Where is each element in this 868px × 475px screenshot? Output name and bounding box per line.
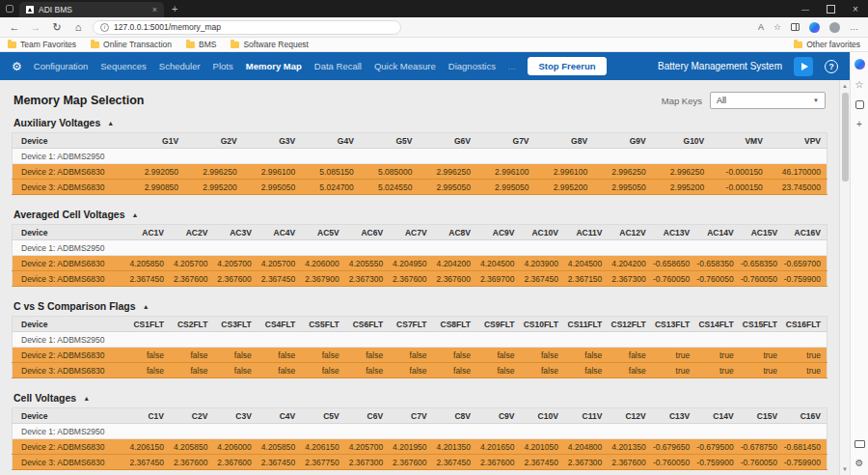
value-cell bbox=[243, 149, 302, 164]
bookmark-label: Online Transaction bbox=[103, 40, 172, 49]
table-row[interactable]: Device 1: ADBMS2950 bbox=[13, 240, 827, 256]
nav-item-scheduler[interactable]: Scheduler bbox=[159, 61, 201, 71]
sidebar-screenshot-icon[interactable] bbox=[854, 440, 865, 448]
value-cell bbox=[126, 149, 185, 164]
folder-icon bbox=[91, 42, 99, 48]
value-cell: false bbox=[476, 363, 520, 378]
table-row[interactable]: Device 3: ADBMS68302.3674502.3676002.367… bbox=[13, 455, 827, 470]
value-cell bbox=[126, 332, 170, 348]
back-button[interactable]: ← bbox=[8, 20, 21, 34]
nav-item-data-recall[interactable]: Data Recall bbox=[314, 61, 362, 71]
value-cell: -0.000150 bbox=[710, 164, 769, 180]
value-cell: 2.367450 bbox=[126, 455, 170, 470]
value-cell: 4.205700 bbox=[213, 256, 257, 271]
value-cell: -0.760050 bbox=[740, 271, 783, 287]
scrollbar-thumb[interactable] bbox=[842, 93, 849, 182]
home-button[interactable]: ⌂ bbox=[71, 20, 85, 34]
value-cell bbox=[301, 424, 344, 439]
bookmark-item[interactable]: Software Request bbox=[231, 40, 309, 49]
value-cell bbox=[389, 424, 432, 439]
table-row[interactable]: Device 2: ADBMS68304.2058504.2057004.205… bbox=[13, 256, 827, 271]
bookmark-item[interactable]: Team Favorites bbox=[8, 40, 76, 49]
other-favorites[interactable]: Other favorites bbox=[794, 40, 860, 49]
favorite-star-icon[interactable]: ☆ bbox=[773, 22, 781, 32]
tab-actions-icon[interactable] bbox=[6, 5, 14, 13]
page-scrollbar[interactable]: ▲ ▼ bbox=[839, 80, 850, 475]
value-cell: -0.759900 bbox=[783, 271, 827, 287]
copilot-icon[interactable] bbox=[809, 22, 820, 33]
stop-freerun-button[interactable]: Stop Freerun bbox=[528, 57, 606, 75]
sidebar-star-icon[interactable]: ☆ bbox=[855, 80, 864, 90]
value-cell bbox=[476, 240, 520, 256]
page-header: Memory Map Selection Map Keys All ▼ bbox=[0, 80, 839, 113]
value-cell bbox=[520, 240, 563, 256]
scroll-down-icon[interactable]: ▼ bbox=[842, 465, 848, 473]
value-cell: -0.658350 bbox=[695, 256, 739, 271]
maximize-button[interactable] bbox=[818, 0, 843, 17]
table-row[interactable]: Device 2: ADBMS6830falsefalsefalsefalsef… bbox=[13, 348, 827, 363]
column-header: CS16FLT bbox=[783, 317, 827, 332]
browser-tab[interactable]: ADI BMS × bbox=[19, 2, 164, 17]
scroll-up-icon[interactable]: ▲ bbox=[842, 82, 848, 90]
nav-item-quick-measure[interactable]: Quick Measure bbox=[374, 61, 436, 71]
tab-close-icon[interactable]: × bbox=[152, 5, 157, 14]
nav-item-memory-map[interactable]: Memory Map bbox=[246, 61, 302, 71]
section-toggle[interactable]: Averaged Cell Voltages▲ bbox=[12, 205, 827, 224]
value-cell: 23.745000 bbox=[769, 180, 827, 195]
table-row[interactable]: Device 3: ADBMS68302.9908502.9952002.995… bbox=[13, 180, 827, 195]
site-info-icon[interactable]: i bbox=[100, 23, 109, 32]
read-aloud-icon[interactable]: A bbox=[758, 22, 764, 32]
help-button[interactable]: ? bbox=[825, 60, 838, 73]
section-toggle[interactable]: C vs S Comparison Flags▲ bbox=[12, 296, 827, 316]
device-cell: Device 1: ADBMS2950 bbox=[13, 424, 126, 439]
table-row[interactable]: Device 3: ADBMS6830falsefalsefalsefalsef… bbox=[13, 363, 827, 378]
address-bar[interactable]: i 127.0.0.1:5001/memory_map bbox=[93, 20, 401, 35]
column-header: CS6FLT bbox=[345, 317, 389, 332]
column-header: CS13FLT bbox=[652, 317, 695, 332]
value-cell: 4.201950 bbox=[389, 439, 432, 455]
value-cell bbox=[783, 332, 827, 348]
value-cell: 2.367300 bbox=[608, 271, 651, 287]
sections-container: Auxiliary Voltages▲DeviceG1VG2VG3VG4VG5V… bbox=[0, 113, 839, 470]
collapse-icon: ▲ bbox=[107, 120, 114, 126]
play-button[interactable] bbox=[794, 57, 813, 76]
sidebar-collections-icon[interactable] bbox=[855, 100, 864, 109]
section-toggle[interactable]: Auxiliary Voltages▲ bbox=[12, 113, 827, 132]
bookmark-item[interactable]: BMS bbox=[186, 40, 216, 49]
refresh-button[interactable]: ↻ bbox=[50, 20, 64, 34]
nav-item-configuration[interactable]: Configuration bbox=[34, 61, 89, 71]
sidebar-add-icon[interactable]: + bbox=[856, 120, 862, 129]
column-header: AC13V bbox=[652, 225, 695, 240]
profile-avatar[interactable] bbox=[829, 22, 840, 33]
column-header: C16V bbox=[783, 408, 827, 424]
table-row[interactable]: Device 1: ADBMS2950 bbox=[13, 424, 827, 439]
table-row[interactable]: Device 3: ADBMS68302.3674502.3676002.367… bbox=[13, 271, 827, 287]
value-cell: true bbox=[783, 348, 827, 363]
close-button[interactable]: × bbox=[843, 0, 868, 17]
settings-gear-icon[interactable]: ⚙ bbox=[12, 61, 22, 72]
forward-button[interactable]: → bbox=[29, 20, 42, 34]
sidebar-settings-icon[interactable]: ⚙ bbox=[855, 459, 864, 468]
value-cell: true bbox=[783, 363, 827, 378]
browser-menu-icon[interactable]: … bbox=[850, 22, 858, 32]
value-cell: false bbox=[301, 363, 344, 378]
table-row[interactable]: Device 2: ADBMS68302.9920502.9962502.996… bbox=[13, 164, 827, 180]
bookmark-item[interactable]: Online Transaction bbox=[91, 40, 172, 49]
value-cell: -0.659700 bbox=[783, 256, 827, 271]
nav-item-sequences[interactable]: Sequences bbox=[100, 61, 147, 71]
table-row[interactable]: Device 1: ADBMS2950 bbox=[13, 149, 827, 164]
sidebar-copilot-icon[interactable] bbox=[854, 59, 865, 70]
memory-map-table: DeviceAC1VAC2VAC3VAC4VAC5VAC6VAC7VAC8VAC… bbox=[12, 224, 827, 287]
table-row[interactable]: Device 1: ADBMS2950 bbox=[13, 332, 827, 348]
value-cell bbox=[389, 240, 432, 256]
value-cell: false bbox=[389, 363, 432, 378]
split-screen-icon[interactable] bbox=[791, 23, 800, 31]
new-tab-button[interactable]: + bbox=[172, 3, 177, 14]
nav-item-plots[interactable]: Plots bbox=[213, 61, 233, 71]
map-keys-select[interactable]: All ▼ bbox=[710, 92, 826, 109]
nav-item-diagnostics[interactable]: Diagnostics bbox=[448, 61, 496, 71]
table-row[interactable]: Device 2: ADBMS68304.2061504.2058504.206… bbox=[13, 439, 827, 455]
section-toggle[interactable]: Cell Voltages▲ bbox=[12, 388, 827, 407]
nav-more[interactable]: … bbox=[507, 61, 517, 71]
minimize-button[interactable]: — bbox=[793, 0, 818, 17]
